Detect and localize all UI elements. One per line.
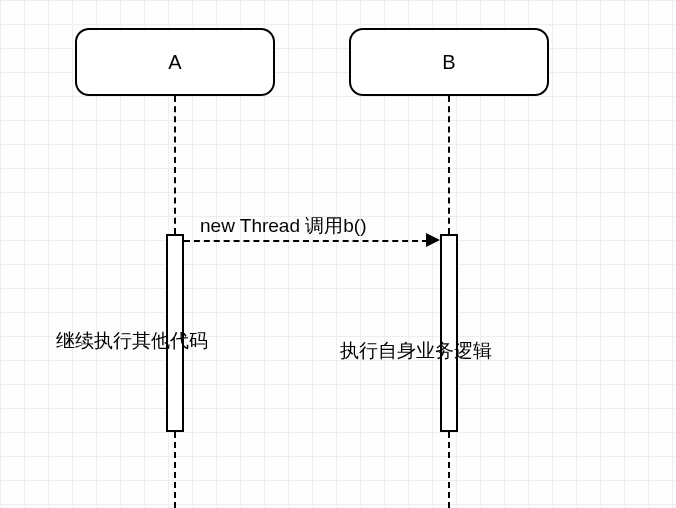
note-a: 继续执行其他代码 xyxy=(56,328,208,354)
message-line xyxy=(184,240,428,242)
note-b: 执行自身业务逻辑 xyxy=(340,338,492,364)
lifeline-b-top xyxy=(448,96,450,234)
activation-b xyxy=(440,234,458,432)
participant-b: B xyxy=(349,28,549,96)
participant-a-label: A xyxy=(168,51,181,74)
lifeline-b-bottom xyxy=(448,432,450,508)
lifeline-a-top xyxy=(174,96,176,234)
participant-b-label: B xyxy=(442,51,455,74)
lifeline-a-bottom xyxy=(174,432,176,508)
arrow-icon xyxy=(426,233,440,247)
message-label: new Thread 调用b() xyxy=(200,213,367,239)
participant-a: A xyxy=(75,28,275,96)
